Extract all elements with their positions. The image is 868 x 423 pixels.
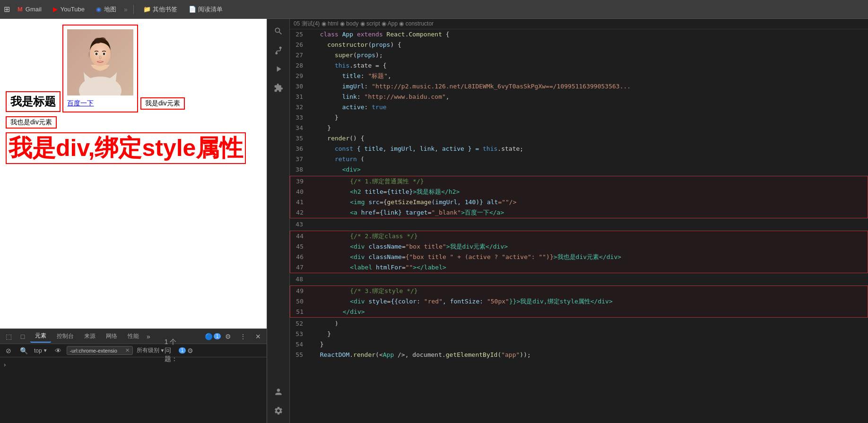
code-section: 49 {/* 3.绑定style */}50 <div style={{colo… <box>290 285 868 318</box>
console-settings-icon[interactable]: ⚙ <box>184 344 197 357</box>
devtools-close-icon[interactable]: ✕ <box>252 330 265 343</box>
code-line-26: 26 constructor(props) { <box>290 40 868 50</box>
apps-icon[interactable]: ⊞ <box>4 5 10 14</box>
devtools-device-icon[interactable]: □ <box>16 330 29 343</box>
line-content: <label htmlFor=""></label> <box>309 262 868 273</box>
log-level-label: 所有级别 <box>137 346 159 354</box>
line-number: 30 <box>290 81 309 92</box>
line-number: 44 <box>290 231 309 242</box>
devtools-toolbar: ⊘ 🔍 top ▼ 👁 -url:chrome-extensio ✕ 所有级别 … <box>0 344 267 357</box>
preview-link[interactable]: 百度一下 <box>67 99 133 108</box>
line-number: 42 <box>290 207 309 218</box>
devtools-tab-console[interactable]: 控制台 <box>52 330 78 342</box>
devtools-tab-sources[interactable]: 来源 <box>79 330 100 342</box>
context-selector[interactable]: top ▼ <box>32 346 50 355</box>
code-line-30: 30 imgUrl: "http://p2.music.126.net/L8ID… <box>290 81 868 92</box>
filter-clear-btn[interactable]: ✕ <box>125 347 130 354</box>
devtools-more-tabs[interactable]: » <box>145 333 152 340</box>
code-line-34: 34 } <box>290 123 868 133</box>
code-line-45: 45 <div className="box title">我是div元素</d… <box>290 242 868 252</box>
gmail-favicon: M <box>17 6 23 13</box>
code-line-41: 41 <img src={getSizeImage(imgUrl, 140)} … <box>290 197 868 207</box>
line-number: 41 <box>290 197 309 207</box>
code-line-27: 27 super(props); <box>290 50 868 60</box>
line-content: </div> <box>309 307 868 317</box>
line-content: active: true <box>309 102 868 112</box>
line-content: ) <box>309 319 868 329</box>
code-line-32: 32 active: true <box>290 102 868 112</box>
code-line-43: 43 <box>290 219 868 230</box>
devtools-settings-icon[interactable]: ⚙ <box>221 330 234 343</box>
code-line-50: 50 <div style={{color: "red", fontSize: … <box>290 296 868 307</box>
sidebar-icon-git[interactable] <box>270 42 287 59</box>
line-content: } <box>309 123 868 133</box>
tab-maps[interactable]: ◉ 地图 <box>92 3 120 16</box>
line-number: 38 <box>290 164 309 175</box>
devtools-actions: 🔵 1 ⚙ ⋮ ✕ <box>206 330 265 343</box>
line-number: 37 <box>290 154 309 164</box>
code-line-49: 49 {/* 3.绑定style */} <box>290 286 868 296</box>
youtube-favicon: ▶ <box>53 6 58 13</box>
issues-icon[interactable]: 1 个问题： 1 <box>169 344 182 357</box>
line-number: 40 <box>290 187 309 197</box>
line-number: 29 <box>290 71 309 81</box>
code-line-55: 55 ReactDOM.render(<App />, document.get… <box>290 350 868 360</box>
sidebar-icon-settings[interactable] <box>270 402 287 419</box>
editor-breadcrumb: 05 测试(4) ◉ html ◉ body ◉ script ◉ App ◉ … <box>267 19 868 29</box>
bookmark-other[interactable]: 📁 其他书签 <box>139 3 181 16</box>
console-block-icon[interactable]: ⊘ <box>2 344 15 357</box>
code-line-48: 48 <box>290 274 868 285</box>
line-number: 49 <box>290 286 309 296</box>
code-line-44: 44 {/* 2.绑定class */} <box>290 231 868 242</box>
svg-point-6 <box>95 53 98 55</box>
line-number: 34 <box>290 123 309 133</box>
console-eye-icon[interactable]: 👁 <box>52 344 65 357</box>
line-content: <img src={getSizeImage(imgUrl, 140)} alt… <box>309 197 868 207</box>
browser-chrome: ⊞ M Gmail ▶ YouTube ◉ 地图 » 📁 其他书签 📄 阅读清单 <box>0 0 868 19</box>
devtools-more-icon[interactable]: ⋮ <box>236 330 250 343</box>
line-content: title: "标题", <box>309 71 868 81</box>
line-content <box>309 219 868 230</box>
line-content: } <box>309 329 868 339</box>
console-filter-icon[interactable]: 🔍 <box>17 344 30 357</box>
code-line-29: 29 title: "标题", <box>290 71 868 81</box>
tab-youtube[interactable]: ▶ YouTube <box>49 4 88 15</box>
preview-style-div: 我是div,绑定style属性 <box>9 135 243 161</box>
log-level-selector[interactable]: 所有级别 ▼ <box>135 345 167 355</box>
preview-content: 我是标题 <box>4 23 263 166</box>
tab-gmail-label: Gmail <box>26 6 42 13</box>
line-content: link: "http://www.baidu.com", <box>309 92 868 102</box>
line-content: {/* 1.绑定普通属性 */} <box>309 176 868 187</box>
line-content: imgUrl: "http://p2.music.126.net/L8IDEWM… <box>309 81 868 92</box>
bookmark-reading[interactable]: 📄 阅读清单 <box>185 3 226 16</box>
sidebar-icon-search[interactable] <box>270 23 287 40</box>
sidebar-icon-account[interactable] <box>270 383 287 400</box>
sidebar-icon-extensions[interactable] <box>270 79 287 96</box>
devtools-console: › <box>0 357 267 423</box>
tabs-more[interactable]: » <box>124 6 128 13</box>
line-number: 33 <box>290 112 309 123</box>
line-number: 51 <box>290 307 309 317</box>
code-line-53: 53 } <box>290 329 868 339</box>
bookmark-reading-label: 阅读清单 <box>198 5 223 14</box>
folder-icon: 📁 <box>143 6 151 13</box>
devtools-badge-btn[interactable]: 🔵 1 <box>206 330 219 343</box>
preview-image <box>67 29 133 95</box>
console-filter-input[interactable]: -url:chrome-extensio ✕ <box>67 346 133 355</box>
line-number: 54 <box>290 339 309 350</box>
line-number: 43 <box>290 219 309 230</box>
tab-maps-label: 地图 <box>104 5 116 14</box>
devtools-tab-network[interactable]: 网络 <box>101 330 122 342</box>
devtools-tab-performance[interactable]: 性能 <box>123 330 144 342</box>
tab-gmail[interactable]: M Gmail <box>14 4 45 15</box>
line-content: ReactDOM.render(<App />, document.getEle… <box>309 350 868 360</box>
code-editor[interactable]: 25 class App extends React.Component {26… <box>290 29 868 423</box>
code-line-28: 28 this.state = { <box>290 60 868 71</box>
sidebar-icon-run[interactable] <box>270 60 287 78</box>
code-line-51: 51 </div> <box>290 307 868 317</box>
code-line-52: 52 ) <box>290 319 868 329</box>
devtools-tab-elements[interactable]: 元素 <box>30 330 51 343</box>
devtools-inspect-icon[interactable]: ⬚ <box>2 330 15 343</box>
line-content: <div> <box>309 164 868 175</box>
preview-style-wrapper: 我是div,绑定style属性 <box>6 132 246 164</box>
